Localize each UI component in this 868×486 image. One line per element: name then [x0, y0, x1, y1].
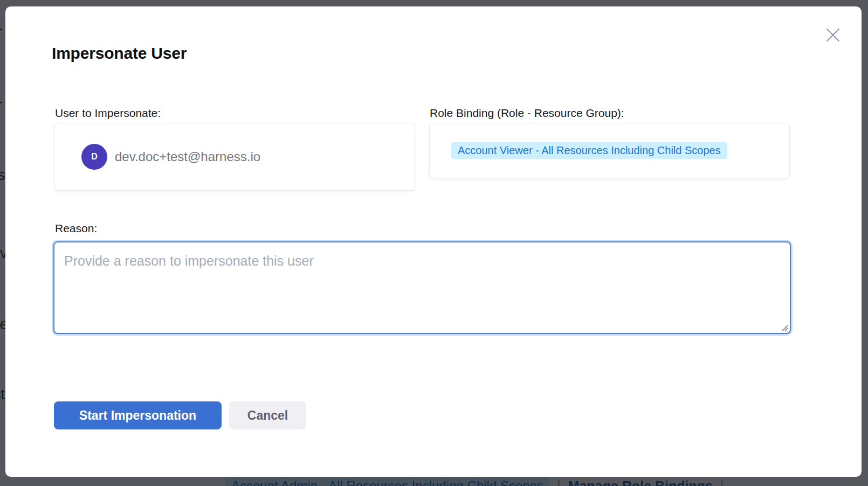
role-binding-label: Role Binding (Role - Resource Group): — [430, 107, 624, 120]
role-binding-card: Account Viewer - All Resources Including… — [429, 123, 790, 178]
screen: r r gs ev ve ct Account Admin - All Reso… — [0, 0, 868, 486]
role-binding-tag: Account Viewer - All Resources Including… — [451, 142, 727, 159]
user-to-impersonate-label: User to Impersonate: — [55, 107, 161, 120]
reason-input[interactable] — [53, 241, 791, 334]
user-card: D dev.doc+test@harness.io — [54, 123, 415, 191]
impersonate-user-dialog: Impersonate User User to Impersonate: Ro… — [5, 6, 862, 477]
close-button[interactable] — [824, 26, 842, 44]
reason-label: Reason: — [55, 222, 97, 235]
close-icon — [825, 27, 841, 43]
dialog-title: Impersonate User — [52, 44, 187, 63]
user-email: dev.doc+test@harness.io — [115, 149, 260, 164]
reason-field-wrapper — [53, 241, 791, 334]
start-impersonation-button[interactable]: Start Impersonation — [54, 401, 222, 429]
avatar: D — [81, 144, 107, 170]
cancel-button[interactable]: Cancel — [229, 401, 306, 429]
